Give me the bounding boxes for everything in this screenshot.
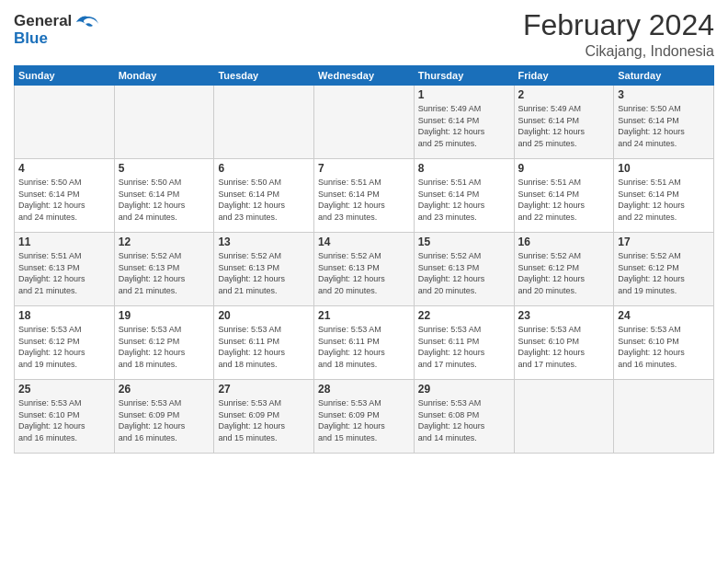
day-info: Sunrise: 5:52 AMSunset: 6:13 PMDaylight:…	[218, 250, 310, 296]
day-info: Sunrise: 5:50 AMSunset: 6:14 PMDaylight:…	[218, 177, 310, 223]
calendar-cell: 20Sunrise: 5:53 AMSunset: 6:11 PMDayligh…	[214, 306, 314, 380]
day-number: 1	[418, 88, 510, 101]
title-section: February 2024 Cikajang, Indonesia	[523, 9, 714, 60]
calendar-cell: 9Sunrise: 5:51 AMSunset: 6:14 PMDaylight…	[514, 159, 614, 233]
calendar-day-header: Sunday	[15, 66, 115, 86]
calendar-cell: 17Sunrise: 5:52 AMSunset: 6:12 PMDayligh…	[614, 233, 714, 306]
calendar-cell: 13Sunrise: 5:52 AMSunset: 6:13 PMDayligh…	[214, 233, 314, 306]
day-number: 8	[418, 162, 510, 175]
calendar-day-header: Wednesday	[314, 66, 415, 86]
day-info: Sunrise: 5:52 AMSunset: 6:13 PMDaylight:…	[119, 250, 210, 296]
day-info: Sunrise: 5:51 AMSunset: 6:14 PMDaylight:…	[518, 177, 610, 223]
day-number: 13	[218, 236, 310, 248]
day-number: 16	[518, 236, 610, 248]
calendar-cell: 19Sunrise: 5:53 AMSunset: 6:12 PMDayligh…	[114, 306, 214, 380]
day-number: 14	[318, 236, 410, 248]
day-info: Sunrise: 5:53 AMSunset: 6:10 PMDaylight:…	[618, 324, 710, 370]
day-number: 23	[518, 309, 610, 322]
calendar-week-row: 18Sunrise: 5:53 AMSunset: 6:12 PMDayligh…	[15, 306, 714, 380]
day-number: 28	[318, 383, 410, 396]
calendar-day-header: Tuesday	[214, 66, 314, 86]
calendar-day-header: Monday	[114, 66, 214, 86]
day-info: Sunrise: 5:53 AMSunset: 6:10 PMDaylight:…	[18, 397, 110, 443]
calendar-cell: 14Sunrise: 5:52 AMSunset: 6:13 PMDayligh…	[314, 233, 415, 306]
day-info: Sunrise: 5:50 AMSunset: 6:14 PMDaylight:…	[119, 177, 210, 223]
day-info: Sunrise: 5:53 AMSunset: 6:09 PMDaylight:…	[218, 397, 310, 443]
calendar-cell: 22Sunrise: 5:53 AMSunset: 6:11 PMDayligh…	[414, 306, 514, 380]
calendar-cell: 25Sunrise: 5:53 AMSunset: 6:10 PMDayligh…	[15, 380, 115, 454]
calendar-cell	[15, 86, 115, 159]
calendar-cell	[114, 86, 214, 159]
calendar-cell: 24Sunrise: 5:53 AMSunset: 6:10 PMDayligh…	[614, 306, 714, 380]
day-number: 7	[318, 162, 410, 175]
day-number: 6	[218, 162, 310, 175]
day-number: 10	[618, 162, 710, 175]
logo: General Blue	[14, 13, 100, 47]
day-info: Sunrise: 5:53 AMSunset: 6:08 PMDaylight:…	[418, 397, 510, 443]
day-info: Sunrise: 5:52 AMSunset: 6:13 PMDaylight:…	[418, 250, 510, 296]
calendar-week-row: 25Sunrise: 5:53 AMSunset: 6:10 PMDayligh…	[15, 380, 714, 454]
calendar-table: SundayMondayTuesdayWednesdayThursdayFrid…	[14, 65, 714, 454]
day-number: 9	[518, 162, 610, 175]
day-number: 24	[618, 309, 710, 322]
calendar-cell: 3Sunrise: 5:50 AMSunset: 6:14 PMDaylight…	[614, 86, 714, 159]
day-number: 26	[119, 383, 210, 396]
header: General Blue February 2024 Cikajang, Ind…	[14, 9, 714, 60]
calendar-cell: 2Sunrise: 5:49 AMSunset: 6:14 PMDaylight…	[514, 86, 614, 159]
day-number: 21	[318, 309, 410, 322]
calendar-cell: 6Sunrise: 5:50 AMSunset: 6:14 PMDaylight…	[214, 159, 314, 233]
calendar-header-row: SundayMondayTuesdayWednesdayThursdayFrid…	[15, 66, 714, 86]
calendar-cell: 15Sunrise: 5:52 AMSunset: 6:13 PMDayligh…	[414, 233, 514, 306]
calendar-cell	[214, 86, 314, 159]
calendar-cell: 21Sunrise: 5:53 AMSunset: 6:11 PMDayligh…	[314, 306, 415, 380]
day-info: Sunrise: 5:53 AMSunset: 6:12 PMDaylight:…	[119, 324, 210, 370]
day-number: 17	[618, 236, 710, 248]
day-info: Sunrise: 5:53 AMSunset: 6:11 PMDaylight:…	[418, 324, 510, 370]
calendar-cell: 8Sunrise: 5:51 AMSunset: 6:14 PMDaylight…	[414, 159, 514, 233]
day-info: Sunrise: 5:53 AMSunset: 6:11 PMDaylight:…	[318, 324, 410, 370]
calendar-week-row: 11Sunrise: 5:51 AMSunset: 6:13 PMDayligh…	[15, 233, 714, 306]
day-info: Sunrise: 5:52 AMSunset: 6:12 PMDaylight:…	[618, 250, 710, 296]
day-info: Sunrise: 5:53 AMSunset: 6:11 PMDaylight:…	[218, 324, 310, 370]
day-info: Sunrise: 5:51 AMSunset: 6:14 PMDaylight:…	[418, 177, 510, 223]
day-info: Sunrise: 5:53 AMSunset: 6:09 PMDaylight:…	[318, 397, 410, 443]
calendar-day-header: Friday	[514, 66, 614, 86]
calendar-cell	[514, 380, 614, 454]
day-number: 3	[618, 88, 710, 101]
calendar-week-row: 1Sunrise: 5:49 AMSunset: 6:14 PMDaylight…	[15, 86, 714, 159]
day-info: Sunrise: 5:51 AMSunset: 6:13 PMDaylight:…	[18, 250, 110, 296]
day-number: 12	[119, 236, 210, 248]
calendar-day-header: Thursday	[414, 66, 514, 86]
day-number: 22	[418, 309, 510, 322]
calendar-cell: 7Sunrise: 5:51 AMSunset: 6:14 PMDaylight…	[314, 159, 415, 233]
day-number: 29	[418, 383, 510, 396]
day-info: Sunrise: 5:49 AMSunset: 6:14 PMDaylight:…	[518, 103, 610, 149]
calendar-cell: 11Sunrise: 5:51 AMSunset: 6:13 PMDayligh…	[15, 233, 115, 306]
day-number: 19	[119, 309, 210, 322]
day-info: Sunrise: 5:49 AMSunset: 6:14 PMDaylight:…	[418, 103, 510, 149]
calendar-cell: 27Sunrise: 5:53 AMSunset: 6:09 PMDayligh…	[214, 380, 314, 454]
calendar-cell: 5Sunrise: 5:50 AMSunset: 6:14 PMDaylight…	[114, 159, 214, 233]
calendar-cell	[614, 380, 714, 454]
calendar-cell: 23Sunrise: 5:53 AMSunset: 6:10 PMDayligh…	[514, 306, 614, 380]
logo-line1: General	[14, 13, 72, 30]
day-number: 5	[119, 162, 210, 175]
calendar-cell: 16Sunrise: 5:52 AMSunset: 6:12 PMDayligh…	[514, 233, 614, 306]
day-info: Sunrise: 5:53 AMSunset: 6:09 PMDaylight:…	[119, 397, 210, 443]
calendar-cell: 12Sunrise: 5:52 AMSunset: 6:13 PMDayligh…	[114, 233, 214, 306]
day-info: Sunrise: 5:53 AMSunset: 6:10 PMDaylight:…	[518, 324, 610, 370]
calendar-cell: 18Sunrise: 5:53 AMSunset: 6:12 PMDayligh…	[15, 306, 115, 380]
page-container: General Blue February 2024 Cikajang, Ind…	[0, 0, 728, 563]
day-number: 25	[18, 383, 110, 396]
calendar-week-row: 4Sunrise: 5:50 AMSunset: 6:14 PMDaylight…	[15, 159, 714, 233]
day-info: Sunrise: 5:51 AMSunset: 6:14 PMDaylight:…	[318, 177, 410, 223]
calendar-cell	[314, 86, 415, 159]
calendar-cell: 1Sunrise: 5:49 AMSunset: 6:14 PMDaylight…	[414, 86, 514, 159]
calendar-cell: 29Sunrise: 5:53 AMSunset: 6:08 PMDayligh…	[414, 380, 514, 454]
day-number: 27	[218, 383, 310, 396]
logo-line2: Blue	[14, 30, 72, 48]
calendar-cell: 10Sunrise: 5:51 AMSunset: 6:14 PMDayligh…	[614, 159, 714, 233]
day-info: Sunrise: 5:51 AMSunset: 6:14 PMDaylight:…	[618, 177, 710, 223]
day-info: Sunrise: 5:52 AMSunset: 6:13 PMDaylight:…	[318, 250, 410, 296]
logo-bird-icon	[74, 15, 100, 39]
